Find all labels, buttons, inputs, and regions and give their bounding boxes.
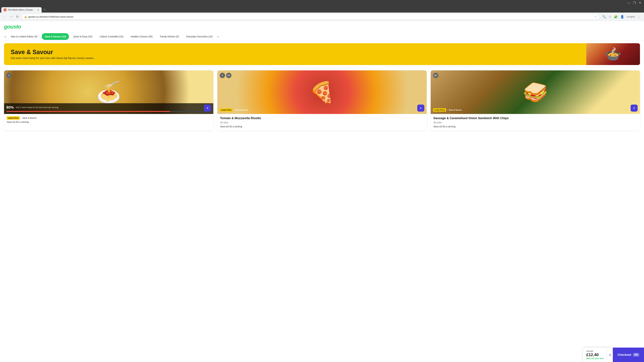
category-tab-healthy-choices[interactable]: Healthy Choices (35): [128, 33, 156, 40]
category-tab-save-savour[interactable]: Save & Savour (10): [42, 33, 69, 40]
active-tab[interactable]: G This Week's Menu | Choose Fro... ✕: [1, 7, 42, 12]
recipe-info-risotto: Tomato & Mozzarella Risotto 35 mins Save…: [217, 114, 427, 131]
save-savour-label-pasta: Save & Savour: [22, 117, 36, 119]
window-controls: — ❐ ✕: [0, 0, 644, 6]
forward-button[interactable]: →: [9, 14, 14, 19]
category-tab-quick-easy[interactable]: Quick & Easy (23): [70, 33, 95, 40]
tab-favicon: G: [4, 8, 6, 11]
lower-price-badge-sandwich: Lower Price: [433, 108, 446, 112]
lower-price-badge-pasta: Lower Price: [7, 116, 20, 120]
recipe-card-risotto[interactable]: V GF Lower Price • Save & Savour + Tomat…: [217, 70, 427, 131]
badge-dairyfree-sandwich: DF: [433, 73, 438, 78]
search-icon[interactable]: 🔍: [602, 14, 606, 19]
page-content: gousto ‹ New & Limited Edition (8) Save …: [0, 21, 644, 133]
recipe-labels-risotto: Lower Price • Save & Savour: [220, 108, 248, 112]
progress-percentage: 80%: [6, 105, 14, 110]
badge-glutenfree-risotto: GF: [226, 73, 232, 78]
bookmark-icon[interactable]: ☆: [608, 14, 612, 19]
recipe-image-sandwich: DF Lower Price • Save & Savour +: [431, 70, 640, 114]
recipe-card-sandwich[interactable]: DF Lower Price • Save & Savour + Sausage…: [431, 70, 640, 131]
hero-banner: Save & Savour Get even more bang for you…: [4, 43, 640, 65]
tab-title: This Week's Menu | Choose Fro...: [8, 9, 36, 11]
recipe-title-risotto: Tomato & Mozzarella Risotto: [220, 116, 424, 120]
profile-icon[interactable]: 👤: [620, 14, 625, 19]
reload-button[interactable]: ↻: [16, 14, 19, 19]
new-tab-button[interactable]: +: [42, 7, 47, 12]
progress-fill: [6, 111, 170, 112]
recipe-card-pasta[interactable]: V 80% Add 1 more recipe for the best pri…: [4, 70, 213, 131]
recipe-saving-sandwich: Save £0.50 a serving: [433, 125, 637, 128]
url-text: gousto.co.uk/menu?collection=save-savour: [28, 15, 593, 18]
tab-bar: G This Week's Menu | Choose Fro... ✕ +: [0, 6, 644, 12]
recipe-image-risotto: V GF Lower Price • Save & Savour +: [217, 70, 427, 114]
progress-bar: [6, 111, 211, 112]
badge-vegetarian-risotto: V: [220, 73, 225, 78]
gousto-logo[interactable]: gousto: [4, 24, 21, 30]
star-icon: ☆: [594, 15, 597, 18]
url-bar[interactable]: 🔒 gousto.co.uk/menu?collection=save-savo…: [21, 14, 600, 19]
close-window-button[interactable]: ✕: [638, 1, 643, 5]
site-header: gousto: [0, 21, 644, 32]
category-prev-button[interactable]: ‹: [4, 32, 6, 40]
browser-actions: 🔍 ☆ 🧩 👤 Incognito ⋮: [602, 14, 641, 19]
category-tab-family-kitchen[interactable]: Family Kitchen (5): [157, 33, 182, 40]
recipe-badges-risotto: V GF: [220, 73, 232, 78]
menu-icon[interactable]: ⋮: [637, 14, 641, 19]
recipe-badges-pasta: V: [6, 73, 12, 78]
recipe-time-risotto: 35 mins: [220, 121, 424, 124]
incognito-label: Incognito: [627, 15, 635, 18]
hero-subtitle: Get even more bang for your box with the…: [11, 57, 94, 60]
category-tab-calorie-controlled[interactable]: Calorie Controlled (15): [96, 33, 126, 40]
save-savour-label-sandwich: Save & Savour: [449, 109, 462, 111]
food-image-risotto: [217, 70, 427, 114]
food-image-sandwich: [431, 70, 640, 114]
address-bar: ← → ↻ 🔒 gousto.co.uk/menu?collection=sav…: [0, 12, 644, 21]
extensions-icon[interactable]: 🧩: [613, 14, 618, 19]
category-nav: ‹ New & Limited Edition (8) Save & Savou…: [0, 32, 644, 40]
card1-progress-overlay: 80% Add 1 more recipe for the best price…: [4, 103, 213, 114]
recipe-saving-risotto: Save £0.50 a serving: [220, 125, 424, 128]
add-recipe-button-risotto[interactable]: +: [417, 105, 424, 112]
lock-icon: 🔒: [24, 15, 27, 18]
recipes-grid: V 80% Add 1 more recipe for the best pri…: [0, 68, 644, 133]
recipe-badges-sandwich: DF: [433, 73, 438, 78]
add-recipe-button-sandwich[interactable]: +: [630, 105, 638, 112]
hero-image: [586, 43, 640, 65]
hero-food-decoration: [586, 43, 640, 65]
recipe-time-sandwich: 30 mins: [433, 121, 637, 124]
lower-price-badge-risotto: Lower Price: [220, 108, 233, 112]
recipe-title-sandwich: Sausage & Caramelised Onion Sandwich Wit…: [433, 116, 637, 120]
add-recipe-button-pasta[interactable]: +: [204, 105, 211, 112]
recipe-info-pasta: Lower Price • Save & Savour Save £0.50 a…: [4, 114, 213, 126]
minimize-button[interactable]: —: [626, 1, 632, 5]
category-tab-everyday-favourites[interactable]: Everyday Favourites (10): [183, 33, 216, 40]
hero-text: Save & Savour Get even more bang for you…: [11, 49, 94, 60]
tab-close-button[interactable]: ✕: [37, 8, 39, 11]
recipe-image-pasta: V 80% Add 1 more recipe for the best pri…: [4, 70, 213, 114]
back-button[interactable]: ←: [3, 14, 7, 19]
save-savour-label-risotto: Save & Savour: [236, 109, 248, 111]
recipe-info-sandwich: Sausage & Caramelised Onion Sandwich Wit…: [431, 114, 640, 131]
hero-title: Save & Savour: [11, 49, 94, 56]
recipe-saving-pasta: Save £0.50 a serving: [7, 121, 211, 123]
progress-detail: Add 1 more recipe for the best price per…: [16, 106, 58, 109]
maximize-button[interactable]: ❐: [632, 1, 637, 5]
category-next-button[interactable]: ›: [217, 32, 219, 40]
recipe-labels-sandwich: Lower Price • Save & Savour: [433, 108, 462, 112]
badge-vegetarian: V: [6, 73, 12, 78]
category-tab-new-limited[interactable]: New & Limited Edition (8): [8, 33, 40, 40]
